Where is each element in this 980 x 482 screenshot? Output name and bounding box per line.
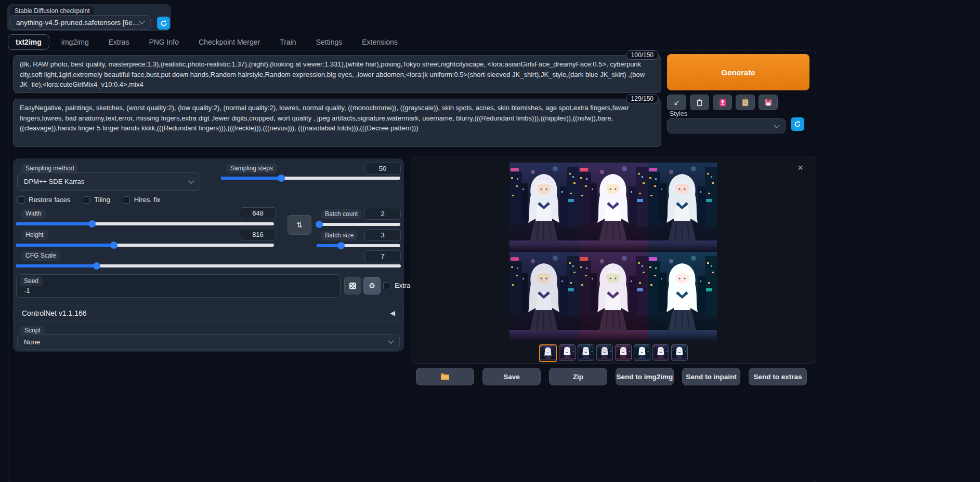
tab-extras[interactable]: Extras (101, 34, 137, 50)
dice-icon (349, 282, 357, 290)
hires-fix-checkbox[interactable]: Hires. fix (123, 196, 161, 204)
width-slider[interactable] (16, 220, 274, 227)
generation-settings-panel: Sampling method DPM++ SDE Karras Samplin… (13, 158, 404, 352)
result-gallery: × (411, 156, 816, 364)
main-tabs: txt2imgimg2imgExtrasPNG InfoCheckpoint M… (8, 33, 406, 50)
extra-seed-checkbox[interactable]: Extra (383, 282, 410, 289)
tab-img2img[interactable]: img2img (54, 34, 97, 50)
prompt-textarea[interactable]: (8k, RAW photo, best quality, masterpiec… (14, 56, 661, 92)
floppy-disk-icon (765, 99, 772, 106)
prompt-counter: 100/150 (626, 50, 659, 60)
gallery-thumbnail[interactable] (539, 344, 557, 362)
gallery-image[interactable] (509, 252, 579, 341)
negative-prompt-counter: 129/150 (626, 94, 659, 103)
gallery-thumbnail[interactable] (652, 344, 669, 361)
gallery-thumbnail[interactable] (559, 344, 576, 361)
random-seed-button[interactable] (344, 277, 361, 294)
tab-txt2img[interactable]: txt2img (8, 34, 49, 50)
swap-dimensions-button[interactable]: ⇅ (288, 215, 311, 235)
send-to-img2img-button[interactable]: Send to img2img (616, 368, 674, 385)
gallery-thumbnails (411, 344, 816, 362)
gallery-image[interactable] (648, 163, 717, 252)
checkpoint-dropdown[interactable]: anything-v4.5-pruned.safetensors [6e430e… (9, 15, 151, 30)
prompt-tools: ↙ (667, 95, 778, 110)
extra-networks-button[interactable] (713, 95, 732, 110)
batch-count-label: Batch count (321, 209, 362, 219)
batch-size-label: Batch size (321, 231, 358, 240)
sampling-steps-slider[interactable] (221, 175, 400, 182)
open-folder-button[interactable] (416, 368, 474, 385)
send-to-extras-button[interactable]: Send to extras (749, 368, 807, 385)
arrow-down-left-icon: ↙ (674, 98, 680, 106)
clear-prompt-button[interactable] (690, 95, 709, 110)
chevron-down-icon (774, 122, 779, 128)
batch-count-slider[interactable] (317, 221, 400, 228)
styles-dropdown[interactable] (667, 118, 786, 133)
generate-button[interactable]: Generate (667, 54, 809, 90)
checkpoint-refresh-button[interactable] (157, 17, 170, 30)
controlnet-accordion[interactable]: ControlNet v1.1.166 ◀ (13, 304, 404, 322)
styles-label: Styles (670, 110, 687, 117)
batch-size-slider[interactable] (317, 242, 400, 249)
chevron-down-icon (388, 338, 394, 343)
paste-parameters-button[interactable]: ↙ (667, 95, 686, 110)
styles-refresh-button[interactable] (791, 117, 804, 131)
reuse-seed-button[interactable]: ♻ (363, 277, 381, 294)
batch-size-input[interactable] (364, 229, 401, 241)
restore-faces-checkbox[interactable]: Restore faces (17, 196, 70, 204)
height-label: Height (21, 230, 48, 240)
height-input[interactable] (240, 229, 276, 240)
prompt-box: 100/150 (8k, RAW photo, best quality, ma… (13, 55, 661, 93)
seed-input[interactable] (23, 286, 181, 295)
width-input[interactable] (240, 207, 276, 219)
sampling-steps-input[interactable] (364, 163, 401, 175)
slider-thumb[interactable] (278, 175, 285, 182)
batch-count-input[interactable] (364, 208, 401, 220)
clipboard-icon (742, 98, 749, 106)
slider-fill (16, 264, 97, 267)
gallery-thumbnail[interactable] (578, 344, 594, 361)
tab-png-info[interactable]: PNG Info (141, 34, 187, 50)
cfg-scale-slider[interactable] (16, 262, 401, 270)
height-slider[interactable] (16, 242, 274, 249)
checkbox-icon (17, 196, 24, 204)
tab-settings[interactable]: Settings (308, 34, 350, 50)
cfg-scale-input[interactable] (364, 250, 401, 262)
tab-extensions[interactable]: Extensions (354, 34, 405, 50)
gallery-thumbnail[interactable] (596, 344, 613, 361)
swap-arrows-icon: ⇅ (296, 221, 303, 229)
slider-thumb[interactable] (88, 220, 96, 227)
slider-thumb[interactable] (337, 242, 345, 249)
zip-button[interactable]: Zip (549, 368, 607, 385)
seed-label: Seed (20, 276, 43, 286)
tab-train[interactable]: Train (272, 34, 304, 50)
save-style-button[interactable] (759, 95, 778, 110)
tab-checkpoint-merger[interactable]: Checkpoint Merger (191, 34, 268, 50)
slider-thumb[interactable] (110, 242, 117, 249)
width-label: Width (21, 209, 46, 219)
apply-style-button[interactable] (736, 95, 755, 110)
save-button[interactable]: Save (482, 368, 541, 385)
output-actions: Save Zip Send to img2img Send to inpaint… (416, 368, 807, 385)
slider-thumb[interactable] (93, 262, 100, 270)
gallery-image[interactable] (648, 252, 717, 341)
send-to-inpaint-button[interactable]: Send to inpaint (682, 368, 740, 385)
gallery-thumbnail[interactable] (671, 344, 688, 361)
negative-prompt-textarea[interactable]: EasyNegative, paintings, sketches, (wors… (14, 99, 661, 146)
gallery-image[interactable] (509, 163, 579, 252)
gallery-thumbnail[interactable] (634, 344, 650, 361)
gallery-image[interactable] (579, 252, 648, 341)
refresh-icon (160, 20, 167, 27)
gallery-close-button[interactable]: × (798, 163, 803, 172)
checkbox-icon (383, 282, 390, 289)
gallery-image[interactable] (579, 163, 648, 252)
negative-prompt-box: 129/150 EasyNegative, paintings, sketche… (13, 99, 661, 147)
folder-icon (440, 373, 450, 380)
script-dropdown[interactable]: None (17, 334, 400, 350)
gallery-thumbnail[interactable] (615, 344, 632, 361)
controlnet-title: ControlNet v1.1.166 (22, 309, 87, 317)
slider-thumb[interactable] (316, 221, 323, 228)
sampling-method-dropdown[interactable]: DPM++ SDE Karras (17, 172, 200, 191)
sampling-steps-label: Sampling steps (226, 164, 277, 173)
tiling-checkbox[interactable]: Tiling (83, 196, 110, 204)
